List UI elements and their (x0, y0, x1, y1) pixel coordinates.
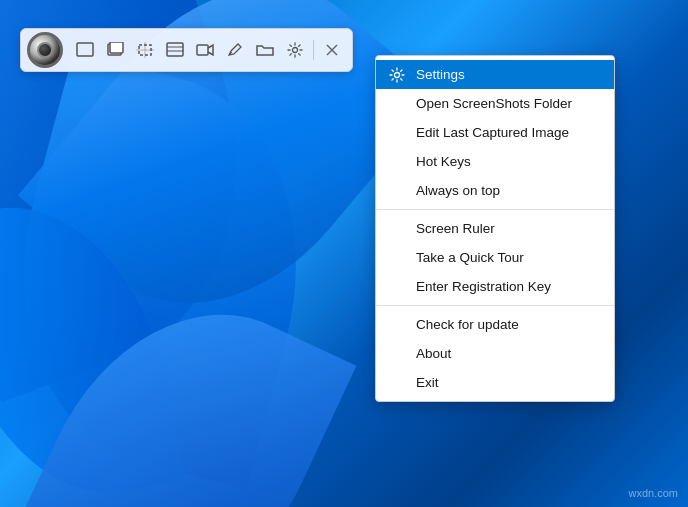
menu-item-screen-ruler-label: Screen Ruler (416, 221, 495, 236)
menu-item-always-on-top[interactable]: Always on top (376, 176, 614, 205)
settings-menu-icon (388, 66, 406, 84)
region-capture-button[interactable] (131, 36, 159, 64)
menu-item-quick-tour-label: Take a Quick Tour (416, 250, 524, 265)
svg-rect-2 (110, 42, 123, 53)
window-capture-button[interactable] (101, 36, 129, 64)
svg-point-14 (395, 72, 400, 77)
toolbar-divider (313, 40, 314, 60)
menu-separator-2 (376, 305, 614, 306)
menu-item-screen-ruler[interactable]: Screen Ruler (376, 214, 614, 243)
menu-item-about[interactable]: About (376, 339, 614, 368)
pen-tool-button[interactable] (221, 36, 249, 64)
menu-item-edit-last-label: Edit Last Captured Image (416, 125, 569, 140)
menu-item-edit-last[interactable]: Edit Last Captured Image (376, 118, 614, 147)
menu-item-settings[interactable]: Settings (376, 60, 614, 89)
menu-item-open-screenshots[interactable]: Open ScreenShots Folder (376, 89, 614, 118)
svg-point-11 (293, 48, 298, 53)
scrolling-capture-button[interactable] (161, 36, 189, 64)
svg-rect-6 (167, 43, 183, 56)
menu-item-settings-label: Settings (416, 67, 465, 82)
menu-item-registration[interactable]: Enter Registration Key (376, 272, 614, 301)
menu-item-registration-label: Enter Registration Key (416, 279, 551, 294)
menu-item-quick-tour[interactable]: Take a Quick Tour (376, 243, 614, 272)
watermark: wxdn.com (628, 487, 678, 499)
menu-item-about-label: About (416, 346, 451, 361)
video-capture-button[interactable] (191, 36, 219, 64)
svg-rect-9 (197, 45, 208, 55)
menu-item-check-update[interactable]: Check for update (376, 310, 614, 339)
context-menu: Settings Open ScreenShots Folder Edit La… (375, 55, 615, 402)
svg-rect-0 (77, 43, 93, 56)
menu-item-hot-keys-label: Hot Keys (416, 154, 471, 169)
menu-item-exit[interactable]: Exit (376, 368, 614, 397)
settings-button[interactable] (281, 36, 309, 64)
menu-item-hot-keys[interactable]: Hot Keys (376, 147, 614, 176)
menu-item-check-update-label: Check for update (416, 317, 519, 332)
toolbar (20, 28, 353, 72)
open-folder-button[interactable] (251, 36, 279, 64)
app-logo (27, 32, 63, 68)
close-toolbar-button[interactable] (318, 36, 346, 64)
menu-item-exit-label: Exit (416, 375, 439, 390)
menu-item-open-screenshots-label: Open ScreenShots Folder (416, 96, 572, 111)
menu-separator-1 (376, 209, 614, 210)
menu-item-always-on-top-label: Always on top (416, 183, 500, 198)
fullscreen-capture-button[interactable] (71, 36, 99, 64)
